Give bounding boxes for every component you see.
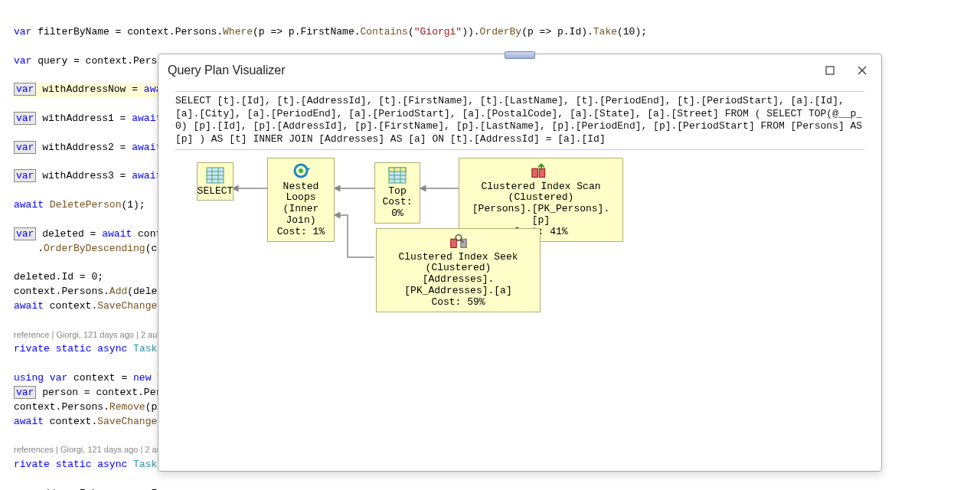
plan-node-select[interactable]: SELECT [197, 162, 234, 201]
seek-icon [448, 232, 469, 250]
sql-query-text: SELECT [t].[Id], [t].[AddressId], [t].[F… [175, 95, 864, 146]
popup-title: Query Plan Visualizer [168, 64, 808, 77]
maximize-button[interactable] [820, 60, 840, 80]
scan-icon [531, 162, 552, 180]
popup-drag-handle[interactable] [505, 51, 535, 59]
svg-rect-0 [826, 67, 834, 74]
svg-rect-21 [539, 168, 544, 177]
codelens[interactable]: references | Giorgi, 121 days ago | 2 au… [14, 445, 180, 454]
query-plan-popup: Query Plan Visualizer SELECT [t].[Id], [… [158, 54, 882, 472]
plan-node-nested-loops[interactable]: Nested Loops (Inner Join) Cost: 1% [267, 158, 335, 243]
plan-node-top[interactable]: Top Cost: 0% [374, 162, 420, 224]
loop-icon [290, 162, 312, 180]
codelens[interactable]: reference | Giorgi, 121 days ago | 2 aut… [14, 330, 178, 339]
svg-rect-22 [450, 239, 456, 247]
query-plan-graph[interactable]: SELECT Nested Loops (Inner Join) Cost: 1… [175, 158, 864, 311]
table-icon [387, 166, 408, 185]
svg-rect-20 [531, 168, 537, 177]
table-icon [204, 166, 226, 185]
svg-rect-15 [389, 168, 406, 172]
popup-titlebar: Query Plan Visualizer [158, 54, 881, 87]
close-button[interactable] [852, 60, 872, 80]
svg-point-24 [456, 234, 461, 240]
plan-node-index-seek[interactable]: Clustered Index Seek (Clustered) [Addres… [376, 228, 541, 313]
svg-point-13 [299, 168, 303, 173]
